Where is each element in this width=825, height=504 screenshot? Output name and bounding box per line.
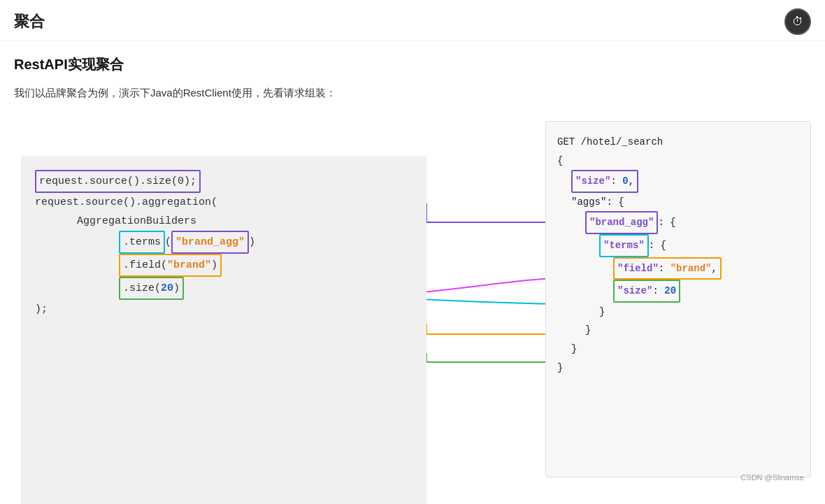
right-terms-line: "terms": {	[599, 234, 799, 257]
right-field-line: "field": "brand",	[613, 257, 799, 280]
logo: ⏱	[784, 8, 811, 35]
right-close-2: }	[585, 321, 799, 340]
right-aggs-line: "aggs": {	[571, 193, 799, 212]
description: 我们以品牌聚合为例，演示下Java的RestClient使用，先看请求组装：	[14, 87, 811, 100]
code-line-3: AggregationBuilders	[77, 212, 412, 231]
right-close-1: }	[599, 303, 799, 322]
right-close-4: }	[557, 359, 799, 377]
right-brand-agg-line: "brand_agg": {	[585, 211, 799, 234]
code-line-4: .terms("brand_agg")	[119, 231, 412, 254]
diagram-area: request.source().size(0); request.source…	[14, 121, 811, 484]
code-line-5: .field("brand")	[119, 254, 412, 277]
right-brace-open: {	[557, 152, 799, 171]
right-field-box: "field": "brand",	[613, 257, 722, 280]
header: 聚合 ⏱	[0, 0, 825, 41]
code-line-6: .size(20)	[119, 277, 412, 300]
right-size-line: "size": 0,	[571, 170, 799, 193]
right-terms-box: "terms"	[599, 234, 649, 257]
right-size-box: "size": 0,	[571, 170, 638, 193]
terms-box: .terms	[119, 231, 165, 254]
right-size20-box: "size": 20	[613, 280, 680, 303]
content-area: RestAPI实现聚合 我们以品牌聚合为例，演示下Java的RestClient…	[0, 41, 825, 484]
right-code-panel: GET /hotel/_search { "size": 0, "aggs": …	[545, 121, 811, 477]
code-line-2: request.source().aggregation(	[35, 193, 412, 212]
right-brand-agg-box: "brand_agg"	[585, 211, 658, 234]
code-line-1: request.source().size(0);	[35, 170, 412, 193]
field-box: .field("brand")	[119, 254, 222, 277]
logo-icon: ⏱	[784, 8, 811, 35]
right-header: GET /hotel/_search	[557, 133, 799, 152]
size0-box: request.source().size(0);	[35, 170, 201, 193]
page-title: 聚合	[14, 11, 45, 32]
brand-agg-string: "brand_agg"	[171, 231, 249, 254]
section-title: RestAPI实现聚合	[14, 55, 811, 74]
right-close-3: }	[571, 340, 799, 359]
size20-left-box: .size(20)	[119, 277, 184, 300]
left-code-panel: request.source().size(0); request.source…	[21, 156, 426, 504]
watermark: CSDN @Slinamse	[740, 473, 804, 482]
right-size20-line: "size": 20	[613, 280, 799, 303]
code-line-7: );	[35, 300, 412, 319]
